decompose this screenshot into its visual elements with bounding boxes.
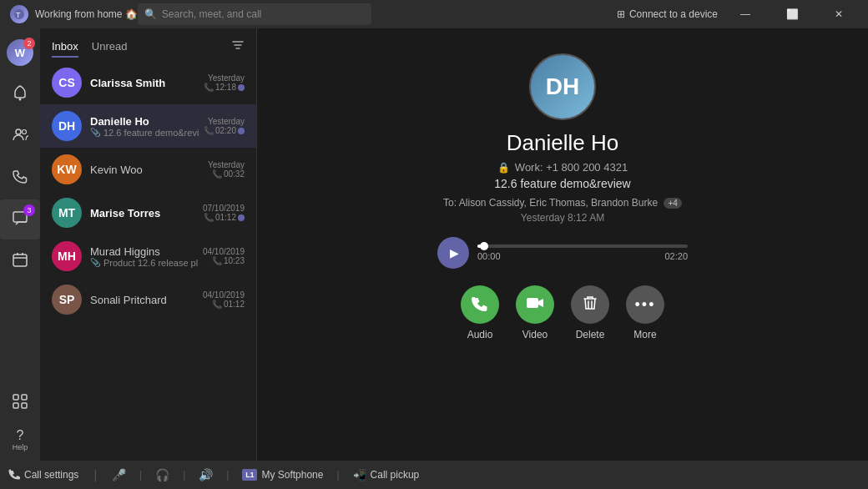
search-box[interactable]: 🔍 Search, meet, and call [138, 3, 371, 25]
bottom-sep-4: | [226, 469, 229, 481]
voicemail-icon: 📞 [212, 169, 222, 179]
nav-sidebar: W 2 [0, 28, 40, 461]
message-timestamp: Yesterday 8:12 AM [521, 212, 604, 224]
filter-icon[interactable] [231, 39, 245, 55]
svg-rect-7 [13, 395, 18, 400]
voicemail-icon: 📞 [212, 300, 222, 309]
video-call-button[interactable] [516, 285, 554, 324]
unread-dot [238, 128, 245, 134]
progress-track[interactable] [477, 244, 688, 248]
audio-call-button-wrap[interactable]: Audio [461, 285, 499, 340]
conv-time-col: 04/10/2019 📞 01:12 [203, 290, 245, 309]
phone-icon [471, 294, 489, 316]
nav-item-activity[interactable] [0, 74, 40, 114]
delete-button[interactable] [571, 285, 609, 324]
conv-info: Sonali Pritchard [90, 294, 198, 306]
play-button[interactable]: ▶ [437, 237, 469, 269]
call-pickup-icon: 📲 [353, 469, 366, 481]
conv-item-sonali[interactable]: SP Sonali Pritchard 04/10/2019 📞 01:12 [40, 278, 256, 321]
conv-item-danielle[interactable]: DH Danielle Ho 📎12.6 feature demo&review… [40, 104, 256, 148]
voicemail-icon: 📞 [212, 256, 222, 265]
tab-inbox[interactable]: Inbox [52, 37, 78, 58]
video-icon [526, 294, 544, 316]
speaker-icon[interactable]: 🔊 [199, 468, 213, 481]
conv-duration: 00:32 [224, 169, 245, 179]
more-button[interactable]: ••• [626, 285, 664, 324]
nav-item-apps[interactable] [0, 383, 40, 423]
conv-time: Yesterday [208, 160, 245, 169]
video-label: Video [522, 329, 548, 340]
conv-meta: 📞 01:12 [204, 213, 245, 222]
maximize-button[interactable]: ⬜ [773, 0, 811, 28]
conv-avatar: CS [52, 68, 82, 98]
conversations-panel: Inbox Unread CS Clarissa Smith Yesterday… [40, 28, 257, 461]
conv-time-col: Yesterday 📞 12:18 [204, 73, 245, 92]
more-icon: ••• [635, 296, 656, 314]
conv-meta: 📞 00:32 [212, 169, 245, 179]
help-icon: ? [17, 428, 24, 443]
connect-device-button[interactable]: ⊞ Connect to a device [617, 8, 718, 20]
conv-info: Clarissa Smith [90, 77, 199, 89]
conv-info: Marise Torres [90, 207, 198, 219]
svg-rect-8 [22, 395, 27, 400]
panel-header: Inbox Unread [40, 28, 256, 58]
more-button-wrap[interactable]: ••• More [626, 285, 664, 340]
nav-item-calendar[interactable] [0, 241, 40, 281]
call-pickup-item[interactable]: 📲 Call pickup [353, 469, 420, 481]
conv-item-kevin[interactable]: KW Kevin Woo Yesterday 📞 00:32 [40, 148, 256, 191]
connect-icon: ⊞ [617, 8, 625, 20]
nav-item-help[interactable]: ? Help [0, 425, 40, 456]
conv-duration: 02:20 [215, 126, 236, 135]
conv-preview: 📎Product 12.6 release pl... [90, 258, 198, 268]
svg-point-2 [19, 98, 22, 100]
conv-duration: 12:18 [215, 83, 236, 92]
nav-item-calls[interactable] [0, 158, 40, 198]
call-settings-item[interactable]: Call settings [8, 468, 78, 482]
audio-call-button[interactable] [461, 285, 499, 324]
minimize-button[interactable]: — [726, 0, 765, 28]
call-settings-label: Call settings [24, 469, 78, 481]
conv-info: Murad Higgins 📎Product 12.6 release pl..… [90, 245, 198, 268]
delete-button-wrap[interactable]: Delete [571, 285, 609, 340]
svg-text:T: T [16, 11, 21, 19]
lock-icon: 🔒 [497, 162, 510, 174]
current-time: 00:00 [477, 251, 501, 261]
svg-point-4 [23, 129, 27, 134]
conv-name: Murad Higgins [90, 245, 198, 258]
apps-icon [13, 394, 28, 413]
nav-item-people[interactable] [0, 116, 40, 156]
attachment-icon: 📎 [90, 128, 100, 137]
total-time: 02:20 [664, 251, 688, 261]
nav-item-avatar[interactable]: W 2 [0, 33, 40, 73]
recipients: To: Alison Cassidy, Eric Thomas, Brandon… [443, 197, 682, 209]
conv-time: Yesterday [208, 73, 245, 83]
detail-panel: DH Danielle Ho 🔒 Work: +1 800 200 4321 1… [257, 28, 868, 461]
bottom-sep-2: | [139, 469, 142, 481]
conv-avatar: MH [52, 241, 82, 271]
conv-item-murad[interactable]: MH Murad Higgins 📎Product 12.6 release p… [40, 234, 256, 278]
conv-item-clarissa[interactable]: CS Clarissa Smith Yesterday 📞 12:18 [40, 61, 256, 104]
mic-icon[interactable]: 🎤 [112, 468, 126, 481]
conv-meta: 📞 10:23 [212, 256, 245, 265]
video-call-button-wrap[interactable]: Video [516, 285, 554, 340]
more-label: More [633, 329, 656, 340]
conversation-list: CS Clarissa Smith Yesterday 📞 12:18 DH D… [40, 58, 256, 461]
conv-time: Yesterday [208, 117, 245, 126]
conv-avatar: DH [52, 111, 82, 141]
conv-name: Danielle Ho [90, 115, 199, 128]
close-button[interactable]: ✕ [820, 0, 858, 28]
svg-rect-6 [13, 255, 27, 266]
conv-meta: 📞 02:20 [204, 126, 245, 135]
nav-item-chat[interactable]: 3 [0, 199, 40, 239]
tab-unread[interactable]: Unread [92, 37, 128, 58]
svg-point-3 [16, 129, 21, 134]
audio-player: ▶ 00:00 02:20 [437, 237, 688, 269]
conv-item-marise[interactable]: MT Marise Torres 07/10/2019 📞 01:12 [40, 191, 256, 234]
svg-rect-10 [22, 403, 27, 408]
recipients-badge: +4 [664, 198, 681, 209]
conv-name: Marise Torres [90, 207, 198, 219]
panel-tabs: Inbox Unread [52, 37, 127, 58]
softphone-item[interactable]: L1 My Softphone [242, 469, 323, 481]
unread-dot [238, 214, 245, 221]
headset-icon[interactable]: 🎧 [155, 468, 169, 481]
